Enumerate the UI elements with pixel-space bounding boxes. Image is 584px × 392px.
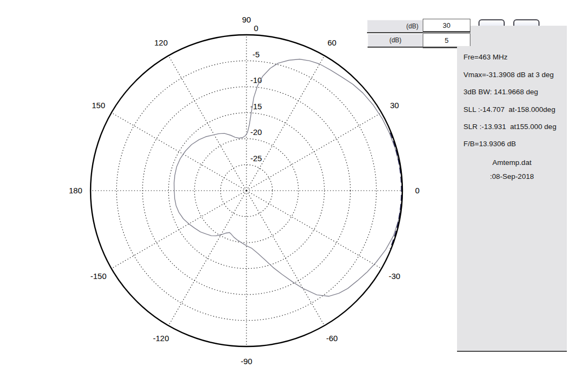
stat-sll: SLL :-14.707 at-158.000deg xyxy=(463,105,555,114)
app-window: 0306090120150180-150-120-90-60-300-5-10-… xyxy=(0,0,584,392)
db-range-input[interactable] xyxy=(423,19,470,32)
angle-label-0: 0 xyxy=(415,186,420,195)
angle-label-30: 30 xyxy=(390,101,399,110)
db-step-input[interactable] xyxy=(423,33,470,47)
grid-spoke--120 xyxy=(169,191,247,326)
db-step-label: (dB) xyxy=(368,34,423,47)
results-panel: Fre=463 MHz Vmax=-31.3908 dB at 3 deg 3d… xyxy=(457,46,567,352)
db-range-label-text: (dB) xyxy=(368,20,423,32)
angle-label--30: -30 xyxy=(388,272,400,281)
file-name: Amtemp.dat xyxy=(457,159,567,167)
angle-label--120: -120 xyxy=(153,334,169,343)
radial-label--5: -5 xyxy=(252,50,259,59)
angle-label-60: 60 xyxy=(327,38,336,47)
radial-label--25: -25 xyxy=(250,154,262,163)
db-range-label: (dB) xyxy=(367,20,423,32)
angle-label--60: -60 xyxy=(326,334,338,343)
stat-slr: SLR :-13.931 at155.000 deg xyxy=(463,123,556,131)
radial-label-0: 0 xyxy=(254,24,258,33)
stat-front-to-back: F/B=13.9306 dB xyxy=(463,140,516,148)
stat-vmax: Vmax=-31.3908 dB at 3 deg xyxy=(463,71,554,79)
angle-label--150: -150 xyxy=(91,272,107,281)
file-date: :08-Sep-2018 xyxy=(457,172,567,180)
stat-3db-bw: 3dB BW: 141.9668 deg xyxy=(463,88,538,96)
radial-label--20: -20 xyxy=(250,127,262,137)
db-step-label-text: (dB) xyxy=(368,34,423,47)
results-panel-strip xyxy=(470,26,567,47)
pattern-curve xyxy=(174,59,402,297)
angle-label-150: 150 xyxy=(92,101,105,110)
angle-label-180: 180 xyxy=(69,186,82,195)
angle-label-120: 120 xyxy=(154,38,168,47)
stat-frequency: Fre=463 MHz xyxy=(463,53,507,61)
grid-spoke-150 xyxy=(111,113,246,191)
grid-spoke--30 xyxy=(246,191,381,269)
angle-label-90: 90 xyxy=(242,15,251,24)
angle-label--90: -90 xyxy=(241,357,252,366)
